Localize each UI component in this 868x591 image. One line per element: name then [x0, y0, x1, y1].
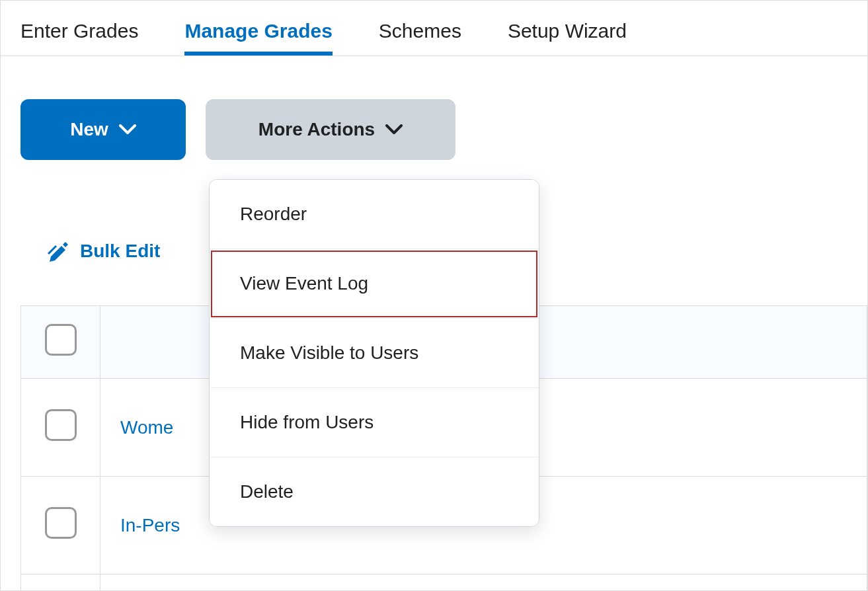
tab-bar: Enter Grades Manage Grades Schemes Setup… [1, 7, 867, 56]
chevron-down-icon [385, 124, 403, 135]
row-checkbox-cell [21, 379, 100, 477]
tab-setup-wizard[interactable]: Setup Wizard [508, 20, 627, 56]
dropdown-item-reorder[interactable]: Reorder [210, 180, 539, 249]
row-checkbox[interactable] [45, 409, 77, 441]
tab-manage-grades[interactable]: Manage Grades [184, 20, 332, 56]
dropdown-item-view-event-log[interactable]: View Event Log [210, 249, 539, 319]
table-header-checkbox [21, 306, 100, 379]
grade-item-link[interactable]: In-Pers [120, 515, 180, 535]
more-actions-label: More Actions [258, 119, 375, 140]
new-button-label: New [70, 119, 108, 140]
bulk-edit-label: Bulk Edit [80, 241, 160, 262]
dropdown-item-delete[interactable]: Delete [210, 457, 539, 526]
row-checkbox-cell [21, 574, 100, 592]
chevron-down-icon [119, 124, 136, 135]
dropdown-item-hide-from-users[interactable]: Hide from Users [210, 388, 539, 457]
grade-item-link[interactable]: Wome [120, 417, 173, 438]
row-checkbox-cell [21, 477, 100, 574]
edit-icon [47, 239, 71, 263]
table-row [21, 574, 867, 592]
more-actions-dropdown: Reorder View Event Log Make Visible to U… [209, 179, 539, 527]
toolbar: New More Actions [1, 56, 867, 160]
select-all-checkbox[interactable] [45, 324, 77, 356]
new-button[interactable]: New [20, 99, 186, 160]
app-container: Enter Grades Manage Grades Schemes Setup… [0, 0, 868, 591]
row-checkbox[interactable] [45, 507, 77, 539]
dropdown-item-make-visible[interactable]: Make Visible to Users [210, 319, 539, 388]
tab-schemes[interactable]: Schemes [379, 20, 461, 56]
bulk-edit-button[interactable]: Bulk Edit [47, 239, 160, 263]
row-label-cell [100, 574, 867, 592]
more-actions-button[interactable]: More Actions [206, 99, 455, 160]
tab-enter-grades[interactable]: Enter Grades [20, 20, 138, 56]
